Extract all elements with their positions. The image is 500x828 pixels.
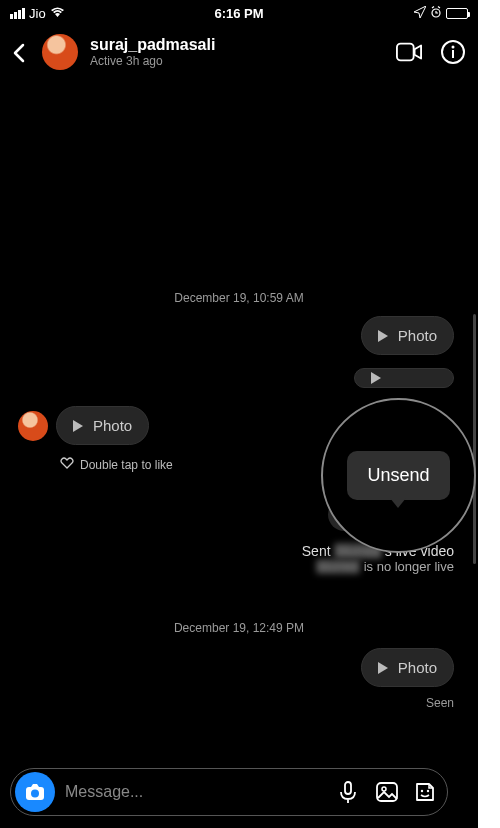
no-longer-live: is no longer live [360,559,454,574]
cellular-signal-icon [10,8,25,19]
avatar[interactable] [42,34,78,70]
page-gutter [478,0,500,828]
clock: 6:16 PM [214,6,263,21]
play-icon [378,330,388,342]
sent-photo-bubble[interactable]: Photo [361,648,454,687]
svg-point-6 [31,790,39,798]
message-input[interactable]: Message... [65,783,327,801]
svg-point-3 [452,46,455,49]
received-row: Photo [18,406,149,445]
svg-rect-8 [377,783,397,801]
timestamp: December 19, 12:49 PM [0,621,478,635]
microphone-icon[interactable] [337,780,361,804]
received-photo-bubble[interactable]: Photo [56,406,149,445]
status-bar: Jio 6:16 PM [0,0,478,26]
photo-label: Photo [398,659,437,676]
device-frame: Jio 6:16 PM suraj_padmasali Active 3h ag… [0,0,478,828]
message-composer: Message... [10,768,448,816]
svg-point-9 [382,787,386,791]
timestamp: December 19, 10:59 AM [0,291,478,305]
heart-icon [60,456,74,473]
double-tap-hint: Double tap to like [60,456,173,473]
seen-indicator: Seen [426,696,454,710]
unsend-popover[interactable]: Unsend [347,451,449,500]
svg-rect-4 [452,50,454,58]
svg-point-10 [421,790,423,792]
sent-photo-bubble[interactable] [354,368,454,388]
photo-label: Photo [93,417,132,434]
svg-point-11 [427,790,429,792]
gallery-icon[interactable] [375,780,399,804]
alarm-icon [430,6,442,21]
sender-avatar[interactable] [18,411,48,441]
battery-icon [446,8,468,19]
chat-header: suraj_padmasali Active 3h ago [0,26,478,78]
activity-status: Active 3h ago [90,54,384,68]
photo-label: Photo [398,327,437,344]
camera-button[interactable] [15,772,55,812]
svg-rect-1 [397,44,414,61]
video-call-button[interactable] [396,39,422,65]
sent-prefix: Sent [302,543,335,559]
sent-photo-bubble[interactable]: Photo [361,316,454,355]
chat-username: suraj_padmasali [90,36,384,54]
scrollbar[interactable] [473,314,476,564]
info-button[interactable] [440,39,466,65]
back-button[interactable] [12,43,30,61]
sticker-icon[interactable] [413,780,437,804]
magnifier-overlay: Unsend [321,398,476,553]
location-icon [414,6,426,21]
play-icon [378,662,388,674]
wifi-icon [50,6,65,21]
message-thread[interactable]: December 19, 10:59 AM Photo Photo Double… [0,78,478,758]
blurred-name: blurred [316,559,360,574]
header-title-block[interactable]: suraj_padmasali Active 3h ago [90,36,384,68]
double-tap-label: Double tap to like [80,458,173,472]
svg-rect-7 [345,782,351,794]
play-icon [371,372,381,384]
play-icon [73,420,83,432]
unsend-label: Unsend [367,465,429,485]
carrier-label: Jio [29,6,46,21]
